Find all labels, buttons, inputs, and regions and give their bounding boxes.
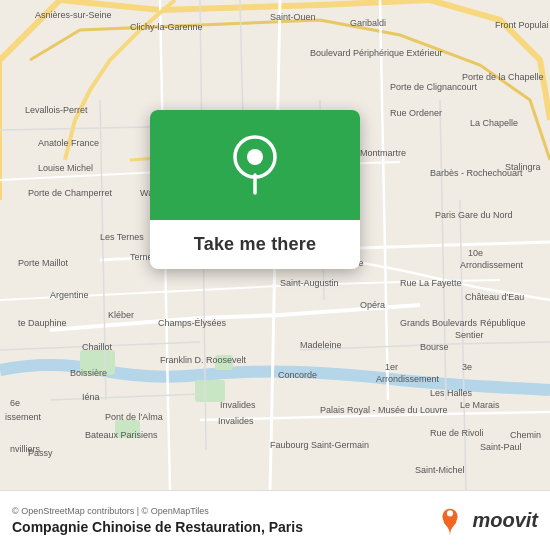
map-label: Rue de Rivoli: [430, 428, 484, 438]
moovit-brand-icon: [434, 505, 466, 537]
map-label: Chaillot: [82, 342, 112, 352]
cta-green-area: [150, 110, 360, 220]
map-label: Porte de la Chapelle: [462, 72, 544, 82]
map-label: Front Populai: [495, 20, 549, 30]
svg-rect-3: [195, 380, 225, 402]
map-label: Iéna: [82, 392, 100, 402]
map-label: Chemin: [510, 430, 541, 440]
take-me-there-button[interactable]: Take me there: [194, 234, 316, 255]
moovit-logo: moovit: [434, 505, 538, 537]
location-pin-icon: [230, 135, 280, 195]
map-label: Palais Royal - Musée du Louvre: [320, 405, 448, 415]
map-label: Madeleine: [300, 340, 342, 350]
map-label: Clichy-la-Garenne: [130, 22, 203, 32]
map-label: nvilliers: [10, 444, 40, 454]
cta-card: Take me there: [150, 110, 360, 269]
map-label: Levallois-Perret: [25, 105, 88, 115]
map-label: Boulevard Périphérique Extérieur: [310, 48, 443, 58]
map-label: Asnières-sur-Seine: [35, 10, 112, 20]
map-label: Le Marais: [460, 400, 500, 410]
map-label: 6e: [10, 398, 20, 408]
map-label: Invalides: [220, 400, 256, 410]
map-label: Bateaux Parisiens: [85, 430, 158, 440]
svg-point-6: [247, 149, 263, 165]
map-label: Boissière: [70, 368, 107, 378]
moovit-brand-text: moovit: [472, 509, 538, 532]
map-label: Porte de Champerret: [28, 188, 112, 198]
map-container: Asnières-sur-SeineClichy-la-GarenneSaint…: [0, 0, 550, 490]
map-label: Château d'Eau: [465, 292, 524, 302]
map-label: Kléber: [108, 310, 134, 320]
map-label: Rue La Fayette: [400, 278, 462, 288]
map-label: Stalingra: [505, 162, 541, 172]
map-label: 3e: [462, 362, 472, 372]
map-label: Franklin D. Roosevelt: [160, 355, 246, 365]
map-label: Saint-Ouen: [270, 12, 316, 22]
map-label: Garibaldi: [350, 18, 386, 28]
map-label: 1er: [385, 362, 398, 372]
map-label: Montmartre: [360, 148, 406, 158]
map-label: Arrondissement: [460, 260, 523, 270]
map-label: Les Ternes: [100, 232, 144, 242]
map-label: Arrondissement: [376, 374, 439, 384]
svg-point-8: [447, 510, 453, 516]
map-label: Saint-Paul: [480, 442, 522, 452]
map-label: Invalides: [218, 416, 254, 426]
map-label: Saint-Michel: [415, 465, 465, 475]
map-label: Argentine: [50, 290, 89, 300]
map-label: Paris Gare du Nord: [435, 210, 513, 220]
map-label: Louise Michel: [38, 163, 93, 173]
footer-left: © OpenStreetMap contributors | © OpenMap…: [12, 506, 303, 535]
map-label: Pont de l'Alma: [105, 412, 163, 422]
map-label: République: [480, 318, 526, 328]
map-label: Anatole France: [38, 138, 99, 148]
map-label: Porte Maillot: [18, 258, 68, 268]
map-label: Opéra: [360, 300, 385, 310]
map-label: Champs-Élysées: [158, 318, 226, 328]
place-name: Compagnie Chinoise de Restauration, Pari…: [12, 519, 303, 535]
map-label: Sentier: [455, 330, 484, 340]
map-label: Grands Boulevards: [400, 318, 477, 328]
cta-button-area[interactable]: Take me there: [150, 220, 360, 269]
map-label: Porte de Clignancourt: [390, 82, 477, 92]
map-label: La Chapelle: [470, 118, 518, 128]
map-label: Bourse: [420, 342, 449, 352]
map-label: 10e: [468, 248, 483, 258]
map-label: Faubourg Saint-Germain: [270, 440, 369, 450]
map-label: te Dauphine: [18, 318, 67, 328]
map-label: Les Halles: [430, 388, 472, 398]
attribution-text: © OpenStreetMap contributors | © OpenMap…: [12, 506, 303, 516]
map-label: issement: [5, 412, 41, 422]
footer: © OpenStreetMap contributors | © OpenMap…: [0, 490, 550, 550]
map-label: Saint-Augustin: [280, 278, 339, 288]
map-label: Concorde: [278, 370, 317, 380]
map-label: Rue Ordener: [390, 108, 442, 118]
